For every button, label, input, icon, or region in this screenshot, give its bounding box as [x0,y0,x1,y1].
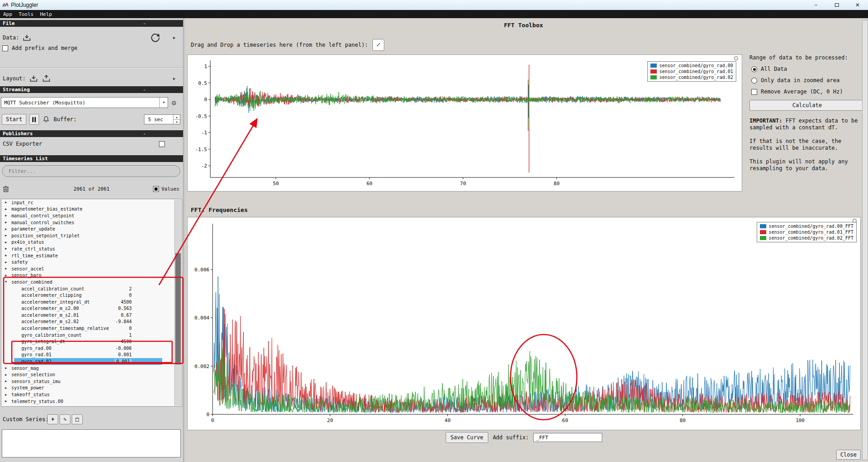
streaming-source-select[interactable]: MQTT Subscriber (Mosquitto) ▼ [1,97,168,108]
tree-item-sensor_selection[interactable]: ▶sensor_selection [1,371,182,378]
tree-item-takeoff_status[interactable]: ▶takeoff_status [1,391,182,398]
chevron-right-icon[interactable]: ▶ [173,35,175,40]
buffer-spinbox[interactable]: 5 sec ▲ ▼ [144,114,180,124]
chevron-right-icon[interactable]: ▶ [5,373,11,377]
tree-item-accelerometer_m_s2.02[interactable]: accelerometer_m_s2.02-9.844 [1,319,182,325]
chevron-right-icon[interactable]: ▶ [5,247,11,251]
tree-item-sensor_combined[interactable]: ▼sensor_combined [1,279,182,285]
chevron-right-icon[interactable]: ▶ [5,267,11,270]
tree-item-accelerometer_m_s2.01[interactable]: accelerometer_m_s2.010.67 [1,312,182,319]
collapse-icon[interactable]: - [143,130,146,137]
reload-data-button[interactable] [150,32,161,43]
tree-item-gyro_rad.01[interactable]: gyro_rad.010.001 [1,352,182,359]
zoomed-area-option[interactable]: Only data in zoomed area [751,77,865,84]
tree-scrollbar[interactable] [174,200,181,406]
tree-item-position_setpoint_triplet[interactable]: ▶position_setpoint_triplet [1,232,182,239]
maximize-button[interactable] [826,0,847,10]
tree-item-safety[interactable]: ▶safety [1,259,182,265]
chevron-right-icon[interactable]: ▶ [5,201,11,204]
chevron-right-icon[interactable]: ▶ [5,366,11,370]
collapse-icon[interactable]: - [143,86,146,93]
zoomed-area-radio[interactable] [751,78,757,84]
values-checkbox[interactable] [153,186,159,192]
tree-item-telemetry_status.00[interactable]: ▶telemetry_status.00 [1,398,182,405]
tree-item-system_power[interactable]: ▶system_power [1,385,182,392]
chevron-right-icon[interactable]: ▶ [5,386,11,390]
csv-exporter-checkbox[interactable] [159,141,165,147]
all-data-radio[interactable] [751,66,757,72]
notifications-button[interactable] [43,116,50,123]
tree-item-rtl_time_estimate[interactable]: ▶rtl_time_estimate [1,252,182,259]
tree-item-gyro_rad.00[interactable]: gyro_rad.00-0.006 [1,345,182,352]
tree-item-accelerometer_m_s2.00[interactable]: accelerometer_m_s2.000.563 [1,305,182,312]
menu-tools[interactable]: Tools [15,11,37,17]
tree-item-manual_control_setpoint[interactable]: ▶manual_control_setpoint [1,212,182,219]
zoom-reset-button[interactable] [853,219,857,223]
minimize-button[interactable]: − [805,0,826,10]
menu-app[interactable]: App [0,11,15,17]
add-prefix-checkbox[interactable] [2,45,8,51]
tree-item-gyro_calibration_count[interactable]: gyro_calibration_count1 [1,332,182,339]
start-button[interactable]: Start [2,114,26,125]
remove-average-option[interactable]: Remove Average (DC, 0 Hz) [751,88,865,95]
chevron-right-icon[interactable]: ▶ [5,254,11,257]
spin-down-icon[interactable]: ▼ [174,120,180,124]
section-header-timeseries[interactable]: Timeseries List [0,155,183,162]
zoom-reset-button[interactable] [734,56,738,60]
tree-item-gyro_rad.02[interactable]: gyro_rad.020.001 [1,358,182,365]
chevron-right-icon[interactable]: ▶ [5,399,11,403]
chevron-right-icon[interactable]: ▶ [5,260,11,264]
tree-item-accelerometer_clipping[interactable]: accelerometer_clipping0 [1,292,182,299]
delete-custom-series-button[interactable] [72,414,83,424]
all-data-option[interactable]: All Data [751,66,865,73]
time-series-chart[interactable]: 5060708010.50-0.5-1-1.5-2 sensor_combine… [187,54,742,192]
menu-help[interactable]: Help [37,11,55,17]
collapse-icon[interactable]: - [143,20,146,27]
section-header-streaming[interactable]: Streaming - [0,86,183,93]
chevron-right-icon[interactable]: ▶ [5,234,11,237]
custom-series-list[interactable] [2,429,181,457]
tree-item-rate_ctrl_status[interactable]: ▶rate_ctrl_status [1,246,182,252]
load-data-button[interactable] [23,34,31,41]
tree-item-sensor_mag[interactable]: ▶sensor_mag [1,365,182,372]
chevron-right-icon[interactable]: ▶ [5,221,11,224]
tree-item-px4io_status[interactable]: ▶px4io_status [1,239,182,246]
pause-button[interactable] [29,114,39,125]
scrollbar-thumb[interactable] [175,253,181,364]
edit-custom-series-button[interactable]: ✎ [60,414,70,424]
save-curve-button[interactable]: Save Curve [446,432,488,443]
tree-item-input_rc[interactable]: ▶input_rc [1,199,182,206]
chevron-right-icon[interactable]: ▶ [5,214,11,217]
tree-item-sensors_status_imu[interactable]: ▶sensors_status_imu [1,378,182,385]
suffix-input[interactable] [533,433,602,442]
tree-item-sensor_baro[interactable]: ▶sensor_baro [1,272,182,279]
chevron-right-icon[interactable]: ▶ [5,393,11,397]
section-header-publishers[interactable]: Publishers - [0,130,183,137]
clear-plot-button[interactable] [372,39,384,51]
chevron-right-icon[interactable]: ▶ [5,379,11,383]
fft-chart[interactable]: 02040608010000.0020.0040.006 sensor_comb… [187,217,861,430]
tree-item-accelerometer_timestamp_relative[interactable]: accelerometer_timestamp_relative0 [1,325,182,332]
spin-up-icon[interactable]: ▲ [174,115,180,120]
section-header-file[interactable]: File - [0,20,183,27]
filter-input[interactable] [2,165,180,177]
save-layout-button[interactable] [42,75,50,82]
chevron-right-icon[interactable]: ▶ [5,274,11,277]
tree-item-accelerometer_integral_dt[interactable]: accelerometer_integral_dt4500 [1,299,182,305]
close-button[interactable]: Close [836,450,861,460]
tree-item-manual_control_switches[interactable]: ▶manual_control_switches [1,219,182,226]
add-custom-series-button[interactable]: + [47,414,58,424]
tree-item-magnetometer_bias_estimate[interactable]: ▶magnetometer_bias_estimate [1,206,182,213]
tree-item-sensor_accel[interactable]: ▶sensor_accel [1,265,182,272]
streaming-settings-button[interactable]: ⚙ [172,98,176,107]
chevron-right-icon[interactable]: ▶ [5,241,11,244]
load-layout-button[interactable] [30,75,38,82]
tree-item-parameter_update[interactable]: ▶parameter_update [1,226,182,232]
tree-item-accel_calibration_count[interactable]: accel_calibration_count2 [1,285,182,292]
chevron-right-icon[interactable]: ▶ [173,76,175,81]
chevron-right-icon[interactable]: ▶ [5,207,11,211]
tree-item-gyro_integral_dt[interactable]: gyro_integral_dt4500 [1,338,182,345]
vertical-scrollbar[interactable] [862,20,868,460]
remove-average-checkbox[interactable] [751,89,757,95]
calculate-button[interactable]: Calculate [749,100,865,111]
